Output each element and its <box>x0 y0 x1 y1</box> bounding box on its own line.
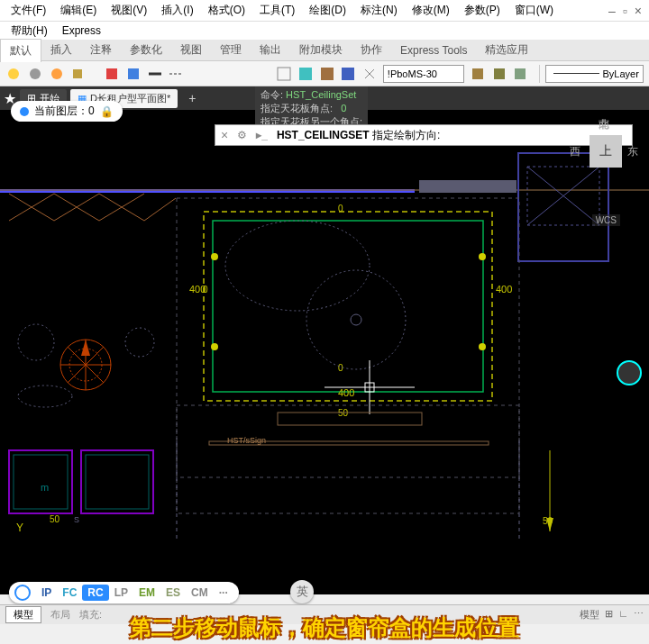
cmdline-run-icon: ▸_ <box>251 129 273 141</box>
svg-rect-5 <box>128 68 139 79</box>
freeze-icon[interactable] <box>49 66 65 82</box>
dim-0-left: 0 <box>203 285 208 295</box>
tab-default[interactable]: 默认 <box>0 39 41 62</box>
svg-rect-22 <box>213 221 483 392</box>
tab-featured[interactable]: 精选应用 <box>476 39 537 61</box>
current-layer-badge[interactable]: 当前图层：0 🔒 <box>11 101 123 122</box>
svg-rect-15 <box>0 189 415 193</box>
opt-more[interactable]: ··· <box>214 585 233 601</box>
svg-point-29 <box>211 253 218 260</box>
svg-point-33 <box>18 324 54 360</box>
bulb-icon <box>20 107 29 116</box>
dim-400-left: 400 <box>189 284 206 295</box>
minimize-button[interactable]: – <box>608 4 616 18</box>
svg-rect-3 <box>73 69 82 78</box>
layer-blue-icon[interactable] <box>340 66 356 82</box>
tab-addons[interactable]: 附加模块 <box>290 39 352 61</box>
ime-indicator[interactable]: 英 <box>290 580 314 603</box>
opt-em[interactable]: EM <box>133 585 160 601</box>
current-layer-label: 当前图层：0 <box>34 104 95 119</box>
cmdline-close-icon[interactable]: × <box>215 128 233 142</box>
command-options: IP FC RC LP EM ES CM ··· <box>9 582 239 603</box>
cmdline-settings-icon[interactable]: ⚙ <box>233 129 251 141</box>
tab-express-tools[interactable]: Express Tools <box>391 41 476 60</box>
svg-point-25 <box>306 270 406 369</box>
svg-rect-19 <box>177 198 519 513</box>
menu-annotate[interactable]: 标注(N) <box>353 3 405 18</box>
layer-x-icon[interactable] <box>361 66 378 82</box>
color-icon[interactable] <box>104 66 120 82</box>
menu-params[interactable]: 参数(P) <box>457 3 507 18</box>
svg-rect-42 <box>81 450 153 513</box>
drawing-canvas[interactable]: 400 400 400 0 0 0 50 HST/sSign m Y 50 S <box>0 90 649 594</box>
viewcube-west[interactable]: 西 <box>570 144 580 159</box>
menu-modify[interactable]: 修改(M) <box>405 3 457 18</box>
lineweight-icon[interactable] <box>147 66 163 82</box>
tab-collab[interactable]: 协作 <box>352 39 391 61</box>
menu-format[interactable]: 格式(O) <box>201 3 252 18</box>
layertools2-icon[interactable] <box>491 66 507 82</box>
menu-file[interactable]: 文件(F) <box>4 3 53 18</box>
menu-bar-2: 帮助(H) Express <box>0 22 649 40</box>
ribbon-tabs: 默认 插入 注释 参数化 视图 管理 输出 附加模块 协作 Express To… <box>0 40 649 61</box>
isolate-icon[interactable] <box>69 66 86 82</box>
wcs-label[interactable]: WCS <box>592 214 620 226</box>
light-off-icon[interactable] <box>27 66 43 82</box>
layertools3-icon[interactable] <box>512 66 528 82</box>
layer-drop-icon[interactable] <box>276 66 292 82</box>
tab-insert[interactable]: 插入 <box>41 39 81 61</box>
close-button[interactable]: × <box>635 4 642 18</box>
svg-rect-40 <box>209 441 489 445</box>
tab-manage[interactable]: 管理 <box>211 39 251 61</box>
view-cube[interactable]: 上 北 南 东 西 <box>568 117 640 189</box>
menu-edit[interactable]: 编辑(E) <box>53 3 104 18</box>
menu-view[interactable]: 视图(V) <box>104 3 154 18</box>
tab-output[interactable]: 输出 <box>251 39 290 61</box>
svg-rect-20 <box>177 405 519 477</box>
layer-brown-icon[interactable] <box>319 66 335 82</box>
menu-window[interactable]: 窗口(W) <box>507 3 561 18</box>
svg-point-1 <box>30 68 41 79</box>
tab-annotate[interactable]: 注释 <box>81 39 121 61</box>
dim-0-bot: 0 <box>338 363 343 373</box>
tab-parametric[interactable]: 参数化 <box>121 39 171 61</box>
restore-button[interactable]: ▫ <box>623 4 627 18</box>
viewcube-south[interactable]: 南 <box>599 117 609 132</box>
opt-lp[interactable]: LP <box>109 585 133 601</box>
menu-help[interactable]: 帮助(H) <box>4 23 55 39</box>
opt-rc[interactable]: RC <box>82 585 108 601</box>
cmdline-text: HST_CEILINGSET 指定绘制方向: <box>273 128 443 143</box>
layertools1-icon[interactable] <box>470 66 486 82</box>
menu-tools[interactable]: 工具(T) <box>252 3 302 18</box>
svg-text:Y: Y <box>16 522 23 534</box>
light-icon[interactable] <box>5 66 22 82</box>
options-gear-icon[interactable] <box>14 585 31 601</box>
menu-express[interactable]: Express <box>55 24 108 37</box>
viewcube-top[interactable]: 上 <box>590 135 622 168</box>
svg-rect-8 <box>278 68 290 80</box>
svg-rect-21 <box>204 212 492 401</box>
bylayer-label: ByLayer <box>603 68 639 79</box>
opt-es[interactable]: ES <box>160 585 186 601</box>
svg-text:S: S <box>74 515 79 524</box>
viewcube-east[interactable]: 东 <box>627 144 638 159</box>
menu-insert[interactable]: 插入(I) <box>154 3 200 18</box>
linetype-combo[interactable]: ByLayer <box>545 65 644 83</box>
color2-icon[interactable] <box>125 66 142 82</box>
toolbar: ByLayer <box>0 61 649 86</box>
svg-rect-9 <box>299 68 312 80</box>
svg-point-31 <box>60 340 111 390</box>
svg-text:50: 50 <box>338 408 349 418</box>
linetype-icon[interactable] <box>168 66 184 82</box>
svg-rect-18 <box>419 180 516 193</box>
new-tab-button[interactable]: + <box>181 91 203 105</box>
opt-cm[interactable]: CM <box>186 585 214 601</box>
menu-draw[interactable]: 绘图(D) <box>302 3 353 18</box>
opt-fc[interactable]: FC <box>57 585 82 601</box>
opt-ip[interactable]: IP <box>36 585 57 601</box>
layer-cyan-icon[interactable] <box>297 66 314 82</box>
avatar-icon[interactable] <box>617 360 642 385</box>
layerset-input[interactable] <box>383 65 464 83</box>
svg-rect-41 <box>9 450 72 513</box>
tab-view[interactable]: 视图 <box>171 39 211 61</box>
